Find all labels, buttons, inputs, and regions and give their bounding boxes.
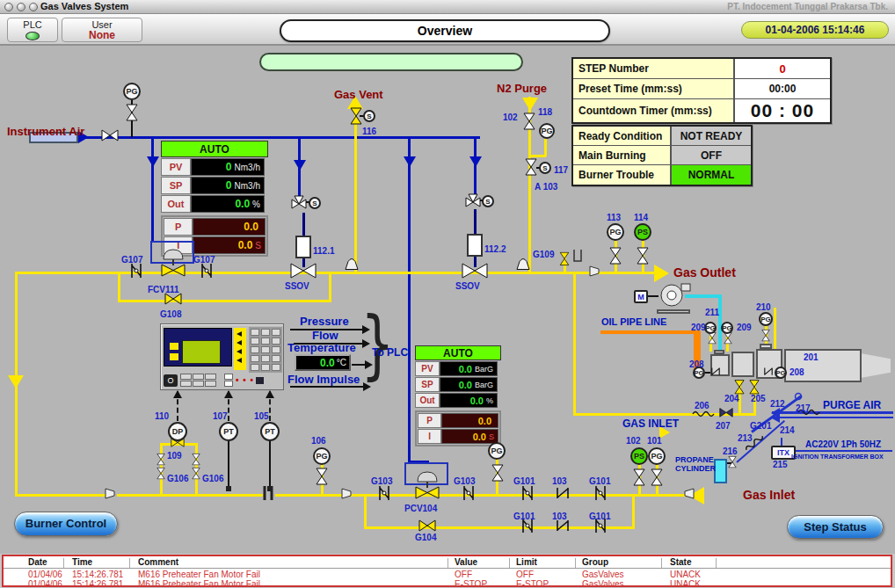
alarm-cell[interactable]: GasValves — [582, 579, 624, 587]
flow-arrow-icon — [365, 360, 373, 369]
flow-arrow-icon — [224, 390, 233, 398]
reducer-icon — [684, 487, 695, 503]
flow-computer-lcd — [182, 340, 221, 364]
flow-controller-mode[interactable]: AUTO — [161, 141, 268, 157]
power-key-icon[interactable]: O — [164, 374, 178, 387]
plc-button[interactable]: PLC — [7, 18, 58, 42]
window-maximize-icon[interactable] — [29, 3, 38, 11]
flow-arrow-icon — [654, 265, 669, 282]
pressure-controller-mode[interactable]: AUTO — [415, 345, 501, 360]
reducer-icon — [341, 487, 352, 503]
burner-nozzle — [861, 353, 891, 378]
pressure-controller-row-pv: PV0.0BarG — [415, 361, 501, 376]
diagram-label: 113 — [607, 213, 621, 222]
flow-controller-faceplate[interactable]: AUTO PV0Nm3/hSP0Nm3/hOut0.0%P0.0I0.0S — [161, 141, 268, 257]
diagram-label: 216 — [723, 446, 738, 456]
m-box: M — [634, 290, 648, 303]
step-status-button[interactable]: Step Status — [787, 515, 884, 539]
window-button-icon[interactable] — [4, 3, 13, 11]
countdown-value: 00 : 00 — [735, 99, 830, 122]
gauge-dp-icon: DP — [168, 422, 187, 441]
gauge-pg-icon: PG — [539, 123, 555, 139]
toolbar: PLC User None Overview 01-04-2006 15:14:… — [0, 14, 895, 46]
diagram-label: Flow Impulse — [287, 373, 360, 386]
globe-valve-icon — [719, 408, 733, 420]
flow-arrow-icon — [266, 390, 274, 398]
alarm-cell[interactable]: GasValves — [582, 570, 624, 579]
screen-title[interactable]: Overview — [280, 19, 610, 42]
column-separator — [63, 558, 64, 568]
diagram-label: 213 — [738, 433, 753, 443]
param-label: SP — [415, 377, 440, 392]
alarm-cell[interactable]: E-STOP — [516, 579, 549, 587]
gate-valve-icon — [129, 263, 143, 282]
alarm-cell[interactable]: OFF — [516, 570, 534, 579]
pipe-segment — [329, 272, 331, 302]
alarm-col-header[interactable]: Group — [582, 557, 608, 567]
alarm-cell[interactable]: UNACK — [670, 570, 701, 579]
alarm-cell[interactable]: M616 Preheater Fan Motor Fail — [138, 570, 260, 579]
alarm-col-header[interactable]: Limit — [516, 557, 537, 567]
param-value: 0.0S — [441, 429, 498, 444]
alarm-col-header[interactable]: State — [670, 557, 691, 567]
flow-controller-row-out: Out0.0% — [161, 195, 268, 213]
globe-valve-icon — [164, 293, 182, 309]
gauge-s-icon: S — [482, 195, 494, 207]
alarm-cell[interactable]: 15:14:26.781 — [72, 579, 123, 587]
diagram-label: 208 — [789, 367, 804, 377]
alarm-cell[interactable]: M616 Preheater Fan Motor Fail — [138, 579, 260, 587]
equipment-box — [467, 234, 483, 257]
alarm-table[interactable]: DateTimeCommentValueLimitGroupState01/04… — [2, 555, 892, 587]
plc-label: PLC — [23, 19, 41, 30]
device-small-key[interactable] — [256, 377, 264, 384]
gauge-s-icon: S — [363, 110, 375, 122]
alarm-col-header[interactable]: Time — [72, 557, 92, 567]
header-divider — [4, 568, 891, 569]
pipe-segment — [794, 450, 892, 452]
device-button-row[interactable]: O • • • — [164, 372, 282, 388]
globe-valve-icon — [633, 468, 645, 490]
pressure-controller-faceplate[interactable]: AUTO PV0.0BarGSP0.0BarGOut0.0%P0.0I0.0S — [415, 345, 501, 446]
plc-status-led — [25, 32, 40, 40]
equipment-box — [760, 344, 772, 349]
pressure-controller-row-i: I0.0S — [418, 429, 498, 444]
alarm-col-header[interactable]: Comment — [138, 557, 178, 567]
flow-arrow-icon — [469, 156, 482, 167]
window-minimize-icon[interactable] — [17, 3, 25, 11]
globe-valve-icon — [724, 332, 732, 347]
preset-time-row: Preset Time (mm:ss) 00:00 — [573, 79, 830, 99]
alarm-cell[interactable]: UNACK — [670, 579, 701, 587]
alarm-cell[interactable]: 01/04/06 — [28, 579, 62, 587]
main-burning-row: Main Burning OFF — [573, 146, 751, 165]
globe-valve-icon — [126, 104, 138, 125]
diagram-label: PURGE AIR — [823, 399, 881, 411]
param-label: Out — [161, 195, 191, 213]
diagram-label: 214 — [780, 425, 795, 435]
alarm-cell[interactable]: 15:14:26.781 — [72, 570, 123, 579]
solenoid-3way-valve-icon — [291, 195, 307, 213]
alarm-cell[interactable]: E-STOP — [455, 579, 487, 587]
user-button[interactable]: User None — [62, 18, 142, 42]
device-keypad[interactable] — [249, 327, 282, 373]
diagram-label: G101 — [589, 512, 610, 521]
gate-valve-icon — [377, 485, 391, 505]
diagram-label: 112.2 — [484, 244, 506, 254]
burner-control-button[interactable]: Burner Control — [14, 512, 118, 536]
diagram-label: Temperature — [287, 341, 356, 354]
countdown-row: Countdown Timer (mm:ss) 00 : 00 — [573, 99, 830, 122]
alarm-cell[interactable]: OFF — [455, 570, 472, 579]
diagram-label: 112.1 — [313, 246, 334, 256]
pipe-segment — [118, 300, 331, 302]
alarm-cell[interactable]: 01/04/06 — [28, 570, 62, 579]
alarm-col-header[interactable]: Value — [455, 557, 477, 567]
alarm-col-header[interactable]: Date — [28, 557, 47, 567]
diagram-label: 205 — [751, 394, 766, 403]
burner-trouble-value: NORMAL — [672, 165, 751, 185]
pipe-segment — [544, 139, 547, 156]
step-number-value: 0 — [735, 59, 830, 78]
device-led-dots: • • • — [236, 375, 254, 385]
param-label: PV — [161, 158, 191, 176]
globe-valve-icon — [350, 107, 362, 128]
globe-valve-icon — [708, 332, 717, 347]
indicator-block — [170, 353, 178, 360]
